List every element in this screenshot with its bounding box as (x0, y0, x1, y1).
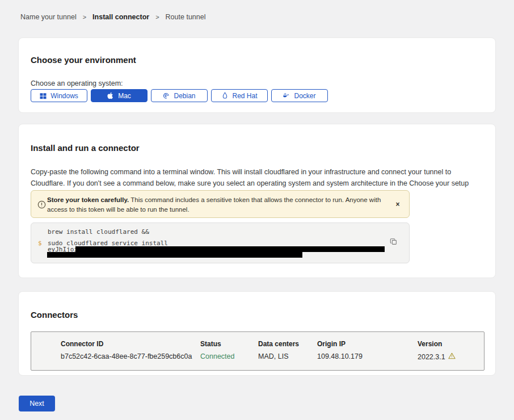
os-select-label: Choose an operating system: (31, 79, 123, 87)
os-button-group: Windows Mac Debian Red Hat (31, 89, 328, 102)
os-button-mac[interactable]: Mac (91, 89, 148, 102)
os-button-windows[interactable]: Windows (31, 89, 87, 102)
token-warning-banner: Store your token carefully. This command… (31, 190, 410, 218)
os-button-label: Windows (50, 92, 78, 100)
os-button-redhat[interactable]: Red Hat (211, 89, 268, 102)
os-button-docker[interactable]: Docker (271, 89, 328, 102)
next-button[interactable]: Next (19, 396, 55, 411)
os-button-label: Mac (118, 92, 131, 100)
os-button-debian[interactable]: Debian (151, 89, 208, 102)
col-header-origin-ip: Origin IP (317, 340, 418, 348)
version-value: 2022.3.1 (418, 353, 445, 361)
environment-card-title: Choose your environment (31, 55, 136, 65)
install-connector-card: Install and run a connector Copy-paste t… (18, 124, 496, 278)
windows-icon (40, 93, 47, 99)
cell-data-centers: MAD, LIS (258, 352, 317, 361)
apple-icon (107, 93, 114, 99)
breadcrumb-separator: > (83, 14, 86, 20)
cell-version: 2022.3.1 (418, 352, 484, 361)
code-line-brew: brew install cloudflared && (48, 228, 149, 236)
warning-triangle-icon (448, 352, 456, 361)
copy-icon[interactable] (389, 237, 399, 247)
breadcrumb-separator: > (155, 14, 159, 20)
close-icon[interactable]: × (393, 200, 402, 209)
redacted-token-bar (75, 246, 385, 252)
os-button-label: Docker (294, 92, 315, 100)
connectors-card-title: Connectors (31, 310, 78, 320)
install-command-codeblock: brew install cloudflared && $ sudo cloud… (31, 222, 410, 263)
breadcrumb-step-name-tunnel[interactable]: Name your tunnel (20, 13, 77, 21)
debian-icon (163, 93, 170, 99)
col-header-connector-id: Connector ID (61, 340, 200, 348)
os-button-label: Debian (174, 92, 195, 100)
os-button-label: Red Hat (232, 92, 257, 100)
breadcrumb: Name your tunnel > Install connector > R… (20, 13, 205, 21)
environment-card: Choose your environment Choose an operat… (18, 37, 496, 113)
breadcrumb-step-install-connector[interactable]: Install connector (92, 13, 149, 21)
col-header-status: Status (200, 340, 258, 348)
info-icon (37, 200, 46, 211)
col-header-data-centers: Data centers (258, 340, 317, 348)
docker-icon (283, 93, 290, 99)
tunnel-setup-page: Name your tunnel > Install connector > R… (0, 0, 514, 420)
token-warning-text: Store your token carefully. This command… (47, 195, 387, 215)
token-warning-bold: Store your token carefully. (47, 196, 129, 203)
cell-origin-ip: 109.48.10.179 (317, 352, 418, 361)
shell-prompt: $ (38, 240, 42, 247)
redhat-icon (221, 93, 228, 99)
cell-connector-id: b7c52c42-6caa-48ee-8c77-fbe259cb6c0a (61, 352, 200, 361)
redacted-token-bar (47, 252, 302, 258)
connectors-card: Connectors Connector ID Status Data cent… (18, 291, 496, 376)
install-card-title: Install and run a connector (31, 143, 140, 153)
connectors-table: Connector ID Status Data centers Origin … (31, 331, 484, 371)
breadcrumb-step-route-tunnel[interactable]: Route tunnel (166, 13, 206, 21)
cell-status-connected: Connected (200, 352, 258, 361)
col-header-version: Version (418, 340, 484, 348)
